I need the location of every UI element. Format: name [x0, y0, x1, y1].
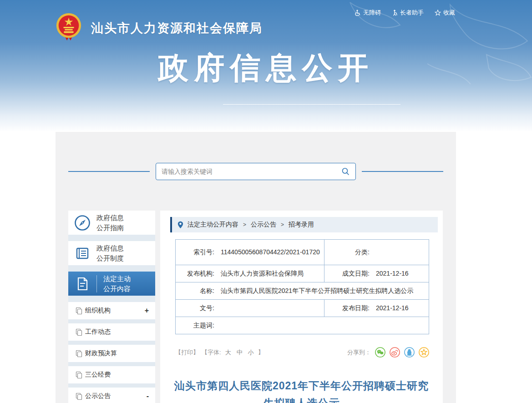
sidebar-item-fiscal-budget[interactable]: 财政预决算: [68, 345, 155, 362]
sidebar-item-label: 政府信息 公开指南: [96, 213, 124, 233]
publish-date-value: 2021-12-16: [370, 300, 429, 317]
sidebar-item-label: 法定主动 公开内容: [103, 274, 131, 294]
share-controls: 分享到：: [347, 347, 429, 358]
wechat-icon[interactable]: [375, 347, 385, 358]
book-icon: [74, 245, 91, 262]
index-number-label: 索引号:: [176, 240, 214, 265]
breadcrumb: 法定主动公开内容 > 公示公告 > 招考录用: [170, 217, 438, 232]
sidebar-item-public-notices[interactable]: 公示公告 -: [68, 388, 155, 403]
columns: 政府信息 公开指南 政府信息 公开制度: [56, 211, 456, 403]
breadcrumb-item-notices[interactable]: 公示公告: [251, 221, 276, 229]
search-input[interactable]: [162, 168, 341, 175]
breadcrumb-separator: >: [243, 222, 246, 228]
sidebar-item-open-rules[interactable]: 政府信息 公开制度: [68, 241, 155, 265]
search-row: [68, 163, 443, 180]
accessibility-label: 无障碍: [363, 9, 381, 17]
breadcrumb-separator: >: [281, 222, 284, 228]
publisher-value: 汕头市人力资源和社会保障局: [214, 265, 324, 282]
print-font-controls: 【打印】 【字体: 大 中 小 】: [175, 348, 264, 357]
share-label: 分享到：: [347, 348, 371, 357]
search-right-divider: [362, 171, 443, 172]
collapse-icon[interactable]: -: [147, 392, 149, 400]
pages-icon: [76, 393, 82, 400]
sidebar-active-divider: [96, 275, 97, 292]
content-panel: 法定主动公开内容 > 公示公告 > 招考录用 索引号: 114405005608…: [160, 211, 443, 403]
breadcrumb-item-recruitment[interactable]: 招考录用: [289, 221, 314, 229]
written-date-value: 2021-12-16: [370, 265, 429, 282]
font-size-suffix: 】: [258, 348, 264, 357]
tools-row: 【打印】 【字体: 大 中 小 】 分享到：: [175, 347, 429, 358]
compass-icon: [74, 214, 91, 232]
table-row: 文号: 发布日期: 2021-12-16: [176, 299, 429, 317]
index-number-value: 114405005608704422/2021-01720: [214, 240, 324, 265]
sidebar-item-label: 政府信息 公开制度: [96, 243, 124, 263]
elder-helper-label: 长者助手: [400, 9, 424, 17]
site-title: 汕头市人力资源和社会保障局: [91, 20, 263, 36]
star-icon: [435, 10, 441, 16]
sidebar-sub-label: 三公经费: [85, 371, 111, 379]
table-row: 主题词:: [176, 317, 429, 334]
qq-icon[interactable]: [404, 347, 415, 358]
page-banner-title: 政府信息公开: [0, 47, 532, 89]
keywords-label: 主题词:: [176, 317, 214, 334]
search-left-divider: [68, 171, 150, 172]
sidebar-sub-label: 工作动态: [85, 328, 111, 336]
banner-underline: [223, 104, 400, 105]
pages-icon: [76, 350, 82, 357]
sidebar-item-three-public-funds[interactable]: 三公经费: [68, 366, 155, 383]
keywords-value: [214, 317, 429, 334]
table-row: 索引号: 114405005608704422/2021-01720 分类:: [176, 240, 429, 265]
table-row: 发布机构: 汕头市人力资源和社会保障局 成文日期: 2021-12-16: [176, 265, 429, 282]
font-size-small-button[interactable]: 小: [248, 348, 254, 357]
national-emblem-logo: [55, 12, 83, 41]
elder-person-icon: [392, 10, 398, 16]
doc-name-label: 名称:: [176, 282, 214, 299]
font-size-large-button[interactable]: 大: [225, 348, 231, 357]
location-pin-icon: [177, 221, 183, 229]
search-icon[interactable]: [341, 167, 350, 176]
pages-icon: [76, 307, 82, 314]
search-box: [156, 163, 356, 180]
table-row: 名称: 汕头市第四人民医院2021年下半年公开招聘硕士研究生拟聘人选公示: [176, 282, 429, 299]
sidebar-sub-label: 财政预决算: [85, 349, 117, 358]
favorite-label: 收藏: [443, 9, 455, 17]
category-value: [370, 240, 429, 265]
doc-name-value: 汕头市第四人民医院2021年下半年公开招聘硕士研究生拟聘人选公示: [214, 282, 429, 299]
sidebar-item-organization[interactable]: 组织机构 +: [68, 302, 155, 319]
sidebar-item-open-guide[interactable]: 政府信息 公开指南: [68, 211, 155, 235]
hero-banner: 汕头市人力资源和社会保障局 无障碍 长者助手: [0, 0, 532, 132]
publisher-label: 发布机构:: [176, 265, 214, 282]
breadcrumb-item-statutory[interactable]: 法定主动公开内容: [187, 221, 238, 229]
elder-helper-link[interactable]: 长者助手: [392, 9, 424, 17]
top-bar: 汕头市人力资源和社会保障局 无障碍 长者助手: [0, 0, 532, 45]
main-panel: 政府信息 公开指南 政府信息 公开制度: [56, 132, 456, 403]
print-button[interactable]: 【打印】: [175, 348, 199, 357]
weibo-icon[interactable]: [390, 347, 400, 358]
sidebar-sub-label: 组织机构: [85, 307, 111, 315]
document-meta-table: 索引号: 114405005608704422/2021-01720 分类: 发…: [175, 239, 429, 334]
category-label: 分类:: [324, 240, 370, 265]
top-links: 无障碍 长者助手 收藏: [355, 9, 455, 17]
wheelchair-icon: [355, 10, 361, 16]
doc-number-label: 文号:: [176, 300, 214, 317]
font-size-prefix: 【字体:: [202, 348, 221, 357]
sidebar: 政府信息 公开指南 政府信息 公开制度: [68, 211, 155, 403]
sidebar-sub-label: 公示公告: [85, 392, 111, 400]
doc-number-value: [214, 300, 324, 317]
publish-date-label: 发布日期:: [324, 300, 370, 317]
written-date-label: 成文日期:: [324, 265, 370, 282]
font-size-medium-button[interactable]: 中: [237, 348, 243, 357]
pages-icon: [76, 328, 82, 336]
accessibility-link[interactable]: 无障碍: [355, 9, 381, 17]
sidebar-item-work-news[interactable]: 工作动态: [68, 323, 155, 341]
favorite-link[interactable]: 收藏: [435, 9, 455, 17]
qzone-icon[interactable]: [419, 347, 429, 358]
article-title: 汕头市第四人民医院2021年下半年公开招聘硕士研究生拟聘人选公示: [173, 378, 430, 403]
expand-icon[interactable]: +: [145, 307, 149, 315]
document-icon: [74, 276, 91, 292]
pages-icon: [76, 371, 82, 378]
sidebar-item-statutory-content[interactable]: 法定主动 公开内容: [68, 272, 155, 296]
